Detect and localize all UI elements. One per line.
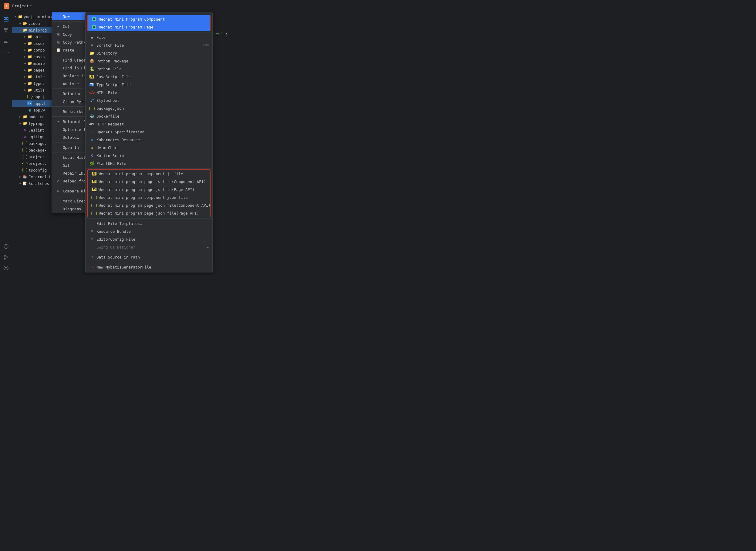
submenu-file[interactable]: ≡ File <box>85 33 212 41</box>
copy-path-icon: ⎘ <box>55 39 61 45</box>
svg-point-14 <box>4 258 5 259</box>
submenu-scratch[interactable]: ≡ Scratch File ⇧⌘N <box>85 41 212 49</box>
resource-icon: ⊞ <box>89 228 95 234</box>
submenu-item-label: EditorConfig File <box>96 237 135 241</box>
json-wx-icon: { } <box>91 202 97 208</box>
python-file-icon: 🐍 <box>89 66 95 71</box>
svg-text:?: ? <box>5 245 7 248</box>
sidebar-git-icon[interactable] <box>1 252 11 262</box>
svg-rect-2 <box>4 18 6 19</box>
submenu-wx-page-json-comp[interactable]: { } Wechat mini program page json file(C… <box>88 201 210 209</box>
directory-icon: 📁 <box>89 50 95 56</box>
submenu-item-label: HTML File <box>96 90 117 95</box>
submenu-editorconfig[interactable]: ⊞ EditorConfig File <box>85 235 212 243</box>
submenu-datasource[interactable]: ⊟ Data Source in Path <box>85 253 212 261</box>
eslint-icon: ⊘ <box>22 128 27 132</box>
arrow-icon: ▶ <box>207 245 209 249</box>
wx-icon: ▣ <box>27 108 32 112</box>
submenu-item-label: JavaScript File <box>96 75 131 79</box>
sidebar-icons: ··· ? <box>0 12 12 276</box>
project-title[interactable]: Project ▾ <box>12 4 32 8</box>
submenu-separator <box>85 218 212 218</box>
sidebar-project-icon[interactable] <box>1 15 11 24</box>
reformat-icon: ⇥ <box>55 119 61 124</box>
sidebar-bottom-icons: ? <box>1 241 11 273</box>
submenu-item-label: Wechat mini program page js file(Compone… <box>98 179 206 184</box>
folder-icon: 📁 <box>22 28 27 32</box>
submenu-item-label: Resource Bundle <box>96 229 131 234</box>
svg-rect-10 <box>4 42 8 43</box>
folder-icon: 📁 <box>22 114 27 119</box>
submenu-item-label: Wechat mini program component json file <box>98 195 188 200</box>
submenu-js-file[interactable]: JS JavaScript File <box>85 73 212 81</box>
js-wx-icon: JS <box>91 187 97 192</box>
tree-item-label: project. <box>28 154 47 159</box>
sidebar-vcs-icon[interactable] <box>1 25 11 35</box>
submenu-kotlin[interactable]: K Kotlin Script <box>85 151 212 159</box>
editorconfig-icon: ⊞ <box>89 236 95 242</box>
tree-item-label: .gitign <box>28 134 45 139</box>
submenu-wx-comp-js[interactable]: JS Wechat mini program component js file <box>88 170 210 177</box>
submenu-mybatis[interactable]: → New MybatisGeneratorFile <box>85 263 212 271</box>
submenu-ts-file[interactable]: TS TypeScript File <box>85 81 212 88</box>
submenu-item-label: Kubernetes Resource <box>96 138 140 142</box>
svg-point-17 <box>5 267 7 269</box>
submenu-wx-component[interactable]: W Wechat Mini Program Component <box>88 15 210 23</box>
submenu-openapi[interactable]: ⚡ OpenAPI Specification <box>85 128 212 136</box>
submenu-wx-comp-json[interactable]: { } Wechat mini program component json f… <box>88 193 210 201</box>
submenu-item-label: Helm Chart <box>96 145 119 150</box>
submenu-python-file[interactable]: 🐍 Python File <box>85 65 212 73</box>
paste-icon: 📋 <box>55 47 61 53</box>
bookmarks-icon <box>55 109 61 114</box>
tree-item-label: app.j <box>33 95 45 99</box>
tree-chevron: ▾ <box>18 28 22 32</box>
tree-item-label: package. <box>28 141 47 146</box>
submenu-directory[interactable]: 📁 Directory <box>85 49 212 57</box>
svg-point-15 <box>7 256 8 257</box>
proj-icon: { } <box>22 161 27 166</box>
submenu-item-label: HTTP Request <box>96 122 124 126</box>
history-icon <box>55 154 61 160</box>
submenu-dockerfile[interactable]: 🐳 Dockerfile <box>85 112 212 120</box>
submenu-plantuml[interactable]: 🌿 PlantUML File <box>85 159 212 167</box>
submenu-stylesheet[interactable]: 🖌 Stylesheet <box>85 96 212 104</box>
tree-item-label: style <box>33 75 45 79</box>
sidebar-more-icon[interactable]: ··· <box>1 47 11 57</box>
submenu-k8s[interactable]: ⎈ Kubernetes Resource <box>85 136 212 144</box>
python-pkg-icon: 📦 <box>89 58 95 64</box>
folder-icon: 📁 <box>18 14 22 19</box>
submenu-wx-page[interactable]: W Wechat Mini Program Page <box>88 23 210 31</box>
sidebar-structure-icon[interactable] <box>1 36 11 46</box>
app-icon: I <box>4 3 10 9</box>
submenu-item-label: Stylesheet <box>96 98 119 103</box>
sidebar-settings-icon[interactable] <box>1 263 11 273</box>
wx-page-icon: W <box>91 24 97 30</box>
submenu-http[interactable]: API HTTP Request <box>85 120 212 128</box>
folder-icon: 📁 <box>27 34 32 39</box>
js-wx-icon: JS <box>91 171 97 176</box>
tree-item-label: External L <box>28 174 51 179</box>
submenu-item-label: Data Source in Path <box>96 255 140 259</box>
wx-group-1: W Wechat Mini Program Component W Wechat… <box>87 15 211 31</box>
tree-item-label: utils <box>33 88 45 92</box>
submenu-wx-page-comp-api[interactable]: JS Wechat mini program page js file(Comp… <box>88 177 210 185</box>
sidebar-notifications-icon[interactable]: ? <box>1 241 11 251</box>
submenu-wx-page-json-page[interactable]: { } Wechat mini program page json file(P… <box>88 209 210 217</box>
json-icon: { } <box>22 148 27 152</box>
svg-rect-8 <box>4 40 8 40</box>
tree-item-label: pages <box>33 68 45 72</box>
submenu-python-pkg[interactable]: 📦 Python Package <box>85 57 212 65</box>
tree-item-label: .idea <box>28 21 40 26</box>
submenu-helm[interactable]: ⚙ Helm Chart <box>85 144 212 151</box>
submenu-html-file[interactable]: </> HTML File <box>85 88 212 96</box>
menu-item-label: New <box>63 14 70 19</box>
submenu-package-json[interactable]: { } package.json <box>85 104 212 112</box>
new-submenu: W Wechat Mini Program Component W Wechat… <box>85 12 213 272</box>
submenu-edit-templates[interactable]: Edit File Templates… <box>85 219 212 227</box>
find-icon <box>55 57 61 63</box>
wx-group-2: JS Wechat mini program component js file… <box>87 169 211 217</box>
submenu-resource-bundle[interactable]: ⊞ Resource Bundle <box>85 227 212 235</box>
tree-item-label: asser <box>33 41 45 46</box>
submenu-item-label: Kotlin Script <box>96 153 126 158</box>
submenu-wx-page-page-api[interactable]: JS Wechat mini program page js file(Page… <box>88 185 210 193</box>
